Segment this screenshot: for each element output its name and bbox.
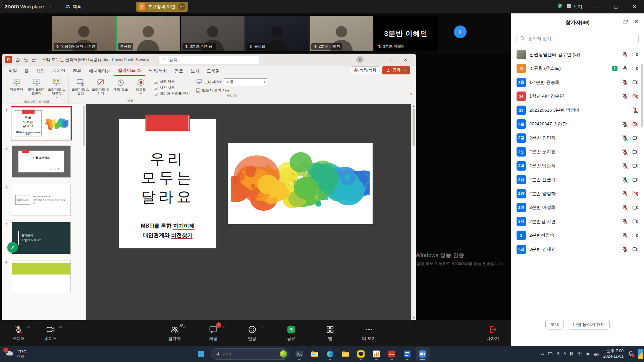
- search-highlight-image[interactable]: [280, 350, 287, 358]
- taskbar-app-kakaotalk-icon[interactable]: [354, 347, 368, 361]
- taskbar-app-notes-icon[interactable]: [400, 347, 414, 361]
- participant-row[interactable]: 2지2분반김 지연: [511, 215, 644, 229]
- thumbnail-scrollbar[interactable]: [83, 106, 85, 146]
- ppt-tab-2[interactable]: 홈: [21, 66, 33, 76]
- ppt-tab-6[interactable]: 애니메이션: [85, 66, 114, 76]
- ppt-search-box[interactable]: [159, 56, 259, 64]
- participant-row[interactable]: 1윤1-4분반 윤승희: [511, 75, 644, 89]
- from-current-slide-button[interactable]: 현재 슬라이드부터: [27, 77, 46, 95]
- ppt-tab-5[interactable]: 전환: [69, 66, 85, 76]
- save-icon[interactable]: [15, 57, 20, 62]
- invite-button[interactable]: 초대: [545, 320, 564, 329]
- custom-slideshow-button[interactable]: 슬라이드 쇼 재구성 ▾: [47, 77, 66, 99]
- collapse-ribbon-icon[interactable]: ∨: [410, 92, 413, 96]
- ppt-tab-8[interactable]: 녹음/녹화: [145, 66, 171, 76]
- participant-row[interactable]: 2신2분반 신슬기: [511, 173, 644, 187]
- toolbar-leave-button[interactable]: 나가기: [480, 320, 505, 346]
- use-timings-checkbox[interactable]: 시간 사용: [154, 85, 190, 90]
- toolbar-reactions-button[interactable]: 반응: [240, 320, 265, 346]
- speaker-icon[interactable]: [585, 351, 590, 357]
- participant-row[interactable]: 141학년 4반 김수민: [511, 89, 644, 104]
- ppt-restore-button[interactable]: □: [382, 54, 398, 66]
- participant-row[interactable]: 23202320616 3분반 박정미: [511, 103, 644, 117]
- chevron-up-icon[interactable]: [182, 324, 186, 330]
- shared-screen-tab[interactable]: 조 조규황의 화면: [136, 2, 188, 12]
- hide-slide-button[interactable]: 슬라이드 숨기기: [91, 77, 110, 95]
- redo-icon[interactable]: [31, 57, 36, 62]
- participant-row[interactable]: 2손202420347 손아란: [511, 117, 644, 131]
- participant-row[interactable]: 인권상담센터 김수인 (나): [511, 48, 644, 62]
- video-tile[interactable]: 3분반, 이기금..: [181, 16, 245, 51]
- presenter-view-checkbox[interactable]: 발표자 보기 사용: [196, 88, 268, 93]
- meeting-tab[interactable]: 회의: [65, 3, 82, 10]
- taskbar-app-edge-icon[interactable]: [323, 347, 337, 361]
- taskbar-app-snip-icon[interactable]: [292, 347, 306, 361]
- battery-icon[interactable]: [593, 351, 599, 357]
- unmute-self-button[interactable]: 나만 음소거 해제: [568, 320, 609, 329]
- slide-thumbnail-2[interactable]: 나를 소개해요조 규 황: [12, 145, 71, 178]
- notification-bell-icon[interactable]: [628, 351, 634, 358]
- ppt-tab-1[interactable]: 파일: [5, 66, 21, 76]
- ppt-tab-4[interactable]: 디자인: [49, 66, 69, 76]
- toolbar-more-button[interactable]: 더 보기: [357, 320, 381, 346]
- taskbar-app-explorer-icon[interactable]: [308, 347, 322, 361]
- slide-title-card[interactable]: 우리모두는달라요 MBTI를 통한 자기이해대인관계와 비전찾기: [119, 119, 216, 248]
- slide-thumbnail-4[interactable]: 혈액형이어떻게 되세요?: [12, 222, 71, 254]
- video-tile[interactable]: 2분반 김민지: [310, 16, 373, 51]
- toolbar-share-button[interactable]: 공유: [279, 320, 304, 346]
- start-button[interactable]: [194, 347, 208, 361]
- ppt-close-button[interactable]: ✕: [398, 54, 413, 66]
- taskbar-app-pdf-icon[interactable]: PDF: [385, 347, 399, 361]
- participant-row[interactable]: 3김3분반 김세인: [511, 242, 644, 256]
- paint-splatter-image[interactable]: [228, 143, 372, 224]
- minimize-button[interactable]: ─: [588, 0, 606, 13]
- participant-row[interactable]: 조조규황 (호스트): [511, 62, 644, 76]
- slide-thumbnail-1[interactable]: 우리모두는달라요MBTI를 통한 자기이해 대인관계와 비전찾기: [12, 107, 71, 139]
- slide-thumbnail-5[interactable]: [12, 260, 71, 292]
- participant-row[interactable]: 2노2분반 노지현: [511, 145, 644, 159]
- toolbar-audio-button[interactable]: 오디오: [6, 320, 31, 346]
- video-tile[interactable]: 인권상담센터 김수인: [52, 16, 116, 51]
- taskbar-clock[interactable]: 오후 7:00 2024-11-01: [603, 349, 624, 359]
- toolbar-video-button[interactable]: 비디오: [38, 320, 63, 346]
- rehearse-timings-button[interactable]: 예행 연습: [111, 77, 130, 92]
- ppt-minimize-button[interactable]: ─: [367, 54, 382, 66]
- chevron-up-icon[interactable]: [260, 324, 264, 330]
- chevron-down-icon[interactable]: [49, 4, 53, 10]
- ppt-tab-10[interactable]: 보기: [187, 66, 203, 76]
- participant-row[interactable]: 2백2분반 백승혜: [511, 159, 644, 173]
- ime-language-korean[interactable]: 한: [569, 351, 574, 357]
- annotation-pencil-button[interactable]: [7, 242, 18, 253]
- security-shield-icon[interactable]: [556, 3, 563, 11]
- slide-thumbnail-3[interactable]: 오늘의 강의• MBTI를 통한 자기이해• 성격유형별 특성 이해 (대인관계…: [12, 184, 71, 216]
- participant-row[interactable]: 2이2분반 이정희: [511, 201, 644, 215]
- tray-chevron-up-icon[interactable]: [540, 352, 545, 356]
- video-tile[interactable]: 3분반 이혜인3분반 이혜인: [374, 16, 438, 51]
- toolbar-apps-button[interactable]: 앱: [318, 320, 342, 346]
- taskbar-app-chart-icon[interactable]: [369, 347, 383, 361]
- toolbar-participants-button[interactable]: 39참가자: [162, 320, 187, 346]
- taskbar-search[interactable]: [211, 348, 289, 360]
- canvas-scrollbar[interactable]: ▲ ▼: [411, 104, 416, 320]
- ppt-share-button[interactable]: 공유: [382, 66, 410, 74]
- ppt-tab-11[interactable]: 도움말: [203, 66, 223, 76]
- close-button[interactable]: ✕: [625, 0, 644, 13]
- play-narrations-checkbox[interactable]: 설명 재생: [154, 79, 190, 84]
- participant-row[interactable]: 22분반정명숙: [511, 229, 644, 243]
- account-avatar-icon[interactable]: [356, 56, 364, 63]
- monitor-select[interactable]: 자동 ▾: [224, 78, 267, 85]
- wifi-icon[interactable]: [577, 351, 582, 357]
- ppt-tab-9[interactable]: 검토: [171, 66, 187, 76]
- record-toggle[interactable]: 녹음/녹화: [351, 66, 379, 74]
- participant-search-input[interactable]: [517, 33, 639, 44]
- scroll-up-icon[interactable]: ▲: [413, 105, 415, 108]
- scroll-down-icon[interactable]: ▼: [413, 316, 415, 319]
- ppt-search-input[interactable]: [169, 57, 250, 62]
- participant-row[interactable]: 2김2분반 김민지: [511, 131, 644, 145]
- view-button[interactable]: 보기: [567, 4, 582, 10]
- record-slideshow-button[interactable]: 레코드 ▾: [131, 77, 151, 95]
- maximize-button[interactable]: □: [606, 0, 625, 13]
- toolbar-chat-button[interactable]: 2채팅: [201, 320, 226, 346]
- tray-display-icon[interactable]: [548, 352, 553, 357]
- undo-icon[interactable]: [23, 57, 28, 62]
